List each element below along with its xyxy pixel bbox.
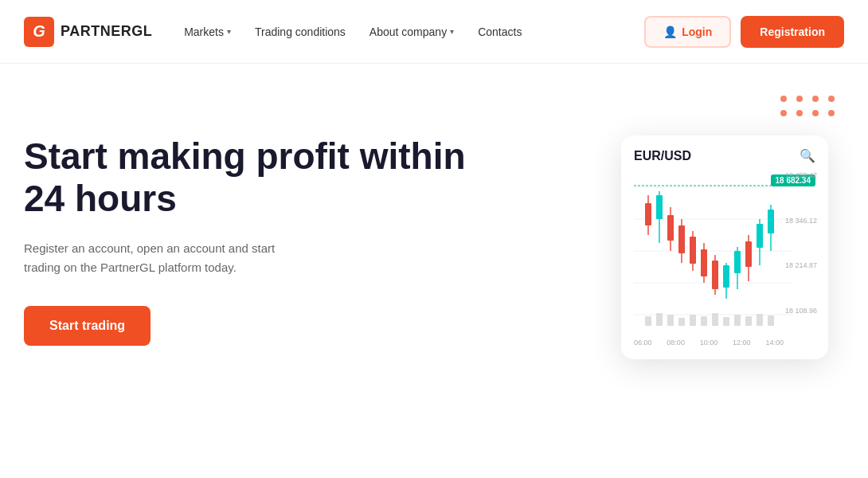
hero-subtitle: Register an account, open an account and… [24, 239, 295, 277]
svg-rect-37 [723, 317, 729, 326]
hero-left: Start making profit within 24 hours Regi… [24, 112, 621, 346]
y-label: 18 214.87 [785, 261, 817, 269]
dots-decoration [780, 96, 836, 116]
x-label: 14:00 [765, 339, 784, 347]
registration-button[interactable]: Registration [741, 16, 844, 48]
dot [812, 96, 819, 102]
svg-rect-30 [645, 316, 651, 326]
dot [796, 110, 803, 116]
svg-rect-32 [667, 315, 674, 326]
logo[interactable]: G PARTNERGL [24, 17, 152, 47]
logo-text: PARTNERGL [61, 23, 152, 40]
svg-rect-19 [712, 261, 718, 289]
dot [780, 110, 787, 116]
svg-rect-34 [690, 315, 696, 326]
y-label: 18 458.42 [785, 171, 817, 179]
svg-rect-35 [701, 316, 707, 326]
start-trading-button[interactable]: Start trading [24, 306, 151, 346]
svg-rect-41 [768, 315, 774, 326]
nav-links: Markets ▾ Trading conditions About compa… [184, 25, 644, 38]
svg-rect-15 [690, 237, 696, 264]
svg-rect-9 [656, 195, 663, 219]
nav-trading-conditions[interactable]: Trading conditions [255, 25, 346, 38]
search-icon[interactable]: 🔍 [800, 148, 815, 163]
y-label: 18 346.12 [785, 217, 817, 225]
svg-rect-11 [667, 215, 674, 241]
dot [828, 110, 835, 116]
svg-rect-21 [723, 265, 729, 288]
chart-card: EUR/USD 🔍 18 682.34 [621, 135, 828, 359]
svg-rect-23 [734, 251, 741, 273]
x-label: 12:00 [733, 339, 751, 347]
hero-chart-area: ← EUR/USD 🔍 18 682.34 [621, 96, 844, 359]
svg-rect-39 [745, 316, 752, 326]
svg-rect-31 [656, 313, 663, 326]
hero-section: Start making profit within 24 hours Regi… [0, 64, 868, 478]
chart-xaxis: 06:00 08:00 10:00 12:00 14:00 [634, 339, 815, 347]
svg-rect-25 [745, 241, 752, 267]
x-label: 08:00 [667, 339, 685, 347]
svg-rect-13 [678, 225, 685, 253]
svg-rect-40 [757, 314, 763, 326]
y-label: 18 108.96 [785, 307, 817, 315]
nav-contacts[interactable]: Contacts [478, 25, 522, 38]
x-label: 10:00 [700, 339, 718, 347]
svg-rect-7 [645, 203, 651, 225]
svg-rect-27 [757, 224, 763, 248]
chart-svg-wrap: 18 682.34 [634, 171, 815, 334]
chart-symbol: EUR/USD [634, 149, 691, 163]
x-label: 06:00 [634, 339, 652, 347]
dot [796, 96, 803, 102]
logo-icon: G [24, 17, 54, 47]
user-icon: 👤 [663, 25, 677, 38]
chart-header: EUR/USD 🔍 [634, 148, 815, 163]
svg-rect-36 [712, 313, 718, 326]
nav-actions: 👤 Login Registration [644, 16, 844, 48]
chevron-down-icon: ▾ [450, 27, 454, 36]
svg-rect-33 [678, 318, 685, 326]
svg-rect-17 [701, 249, 707, 276]
dot [828, 96, 835, 102]
svg-rect-29 [768, 210, 774, 233]
chevron-down-icon: ▾ [227, 27, 231, 36]
dot [780, 96, 787, 102]
login-button[interactable]: 👤 Login [644, 16, 731, 48]
hero-title: Start making profit within 24 hours [24, 135, 470, 220]
svg-rect-38 [734, 315, 741, 326]
nav-markets[interactable]: Markets ▾ [184, 25, 231, 38]
navbar: G PARTNERGL Markets ▾ Trading conditions… [0, 0, 868, 64]
nav-about-company[interactable]: About company ▾ [369, 25, 454, 38]
dot [812, 110, 819, 116]
